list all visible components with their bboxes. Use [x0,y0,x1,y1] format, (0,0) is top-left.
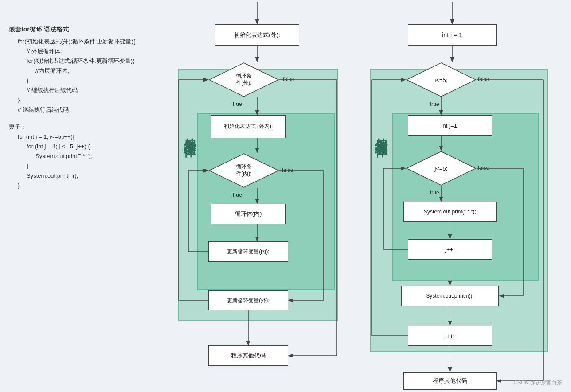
syntax-line4: //内层循环体; [35,66,168,76]
right-init-inner-rect: int j=1; [408,115,492,136]
left-cond-inner-diamond: 循环条件(内); [208,153,279,188]
right-outer-label: 外层循环体 [372,128,389,137]
syntax-line3: for(初始化表达式;循环条件;更新循环变量){ [27,56,168,66]
syntax-line7: } [18,95,168,105]
left-other-code-rect: 程序其他代码 [208,345,288,366]
left-update-inner-rect: 更新循环变量(内); [208,241,288,262]
right-init-rect: int i = 1 [408,24,497,46]
example-line5: System.out.println(); [27,171,168,181]
right-false-outer: false [478,76,489,82]
right-cond-inner-diamond: j<=5; [406,151,477,186]
left-update-outer-rect: 更新循环变量(外); [208,290,288,310]
right-cond-outer-diamond: i<=5; [406,62,477,97]
svg-marker-1 [209,154,278,187]
right-print-rect: System.out.print(" * "); [403,202,497,222]
syntax-title: 嵌套for循环 语法格式 [9,24,168,35]
left-inner-green-box [197,113,335,290]
right-true-outer: true [430,101,439,107]
syntax-line8: // 继续执行后续代码 [18,105,168,115]
page: 嵌套for循环 语法格式 for(初始化表达式(外);循环条件;更新循环变量){… [0,0,571,392]
left-false-inner: false [282,167,293,173]
left-body-inner-rect: 循环体(内) [211,204,286,224]
left-true-inner: true [233,192,242,198]
left-outer-label: 外层循环体 [181,128,198,137]
right-true-inner: true [430,190,439,196]
left-false-outer: false [283,76,294,82]
syntax-line1: for(初始化表达式(外);循环条件;更新循环变量){ [18,37,168,47]
example-title: 栗子： [9,122,168,132]
right-false-inner: false [478,165,489,171]
watermark: CSDN @铲尿官白茶 [513,379,562,387]
svg-marker-21 [407,63,476,97]
svg-marker-22 [407,151,476,185]
example-line3: System.out.print(" * "); [35,151,168,161]
right-j-plus-rect: j++; [408,239,492,260]
left-flowchart: 外层循环体 初始化表达式(外); 循环条件(外); false true 初始化… [164,0,350,392]
example-line6: } [18,181,168,190]
example-line2: for (int j = 1; j <= 5; j++) { [27,142,168,151]
left-init-outer-rect: 初始化表达式(外); [215,24,299,46]
left-panel: 嵌套for循环 语法格式 for(初始化表达式(外);循环条件;更新循环变量){… [9,24,168,190]
left-cond-outer-diamond: 循环条件(外); [208,62,279,97]
syntax-line6: // 继续执行后续代码 [27,85,168,95]
svg-marker-0 [209,63,278,97]
example-line1: for (int i = 1; i<=5;i++){ [18,132,168,142]
right-println-rect: System.out.println(); [401,286,499,306]
left-true-outer: true [233,101,242,107]
left-init-inner-rect: 初始化表达式 (外内); [211,115,286,138]
right-flowchart: 外层循环体 int i = 1 i<=5; false true int j=1… [359,0,559,392]
right-i-plus-rect: i++; [408,326,492,346]
right-other-code-rect: 程序其他代码 [403,372,497,390]
example-line4: } [27,161,168,171]
syntax-line5: } [27,76,168,85]
syntax-line2: // 外层循环体; [27,47,168,56]
